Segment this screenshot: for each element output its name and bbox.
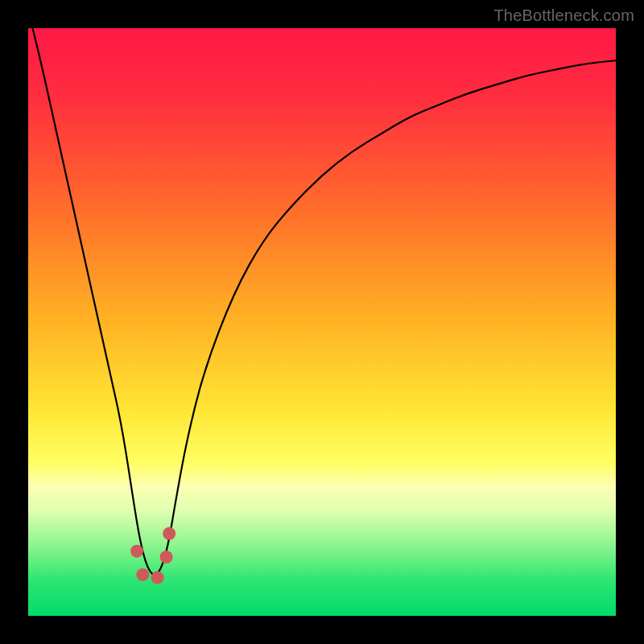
red-marker	[160, 551, 173, 564]
red-marker	[151, 572, 164, 584]
chart-plot-area	[28, 28, 616, 616]
red-marker	[163, 527, 175, 540]
red-marker	[136, 568, 149, 581]
chart-frame: TheBottleneck.com	[0, 0, 644, 644]
watermark-text: TheBottleneck.com	[493, 6, 634, 25]
red-marker	[130, 545, 143, 558]
chart-svg	[28, 28, 616, 616]
gradient-background	[28, 28, 616, 616]
